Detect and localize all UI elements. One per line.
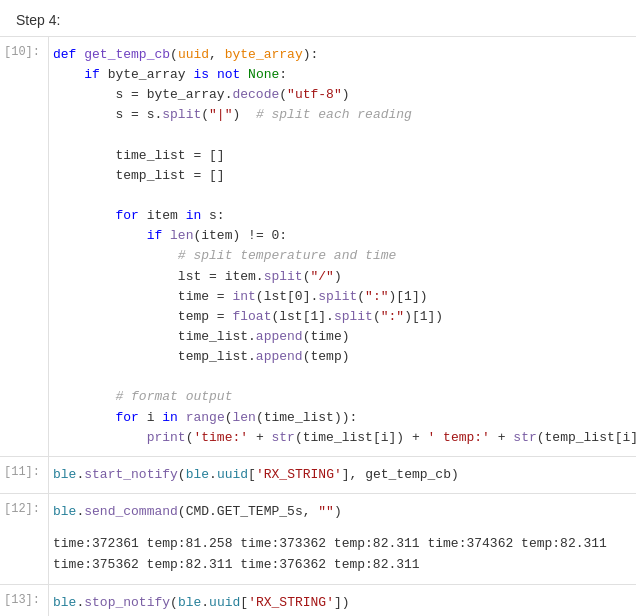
cell-number-10: [10]: — [0, 37, 48, 456]
step-label: Step 4: — [16, 12, 60, 28]
output-cell-12: time:372361 temp:81.258 time:373362 temp… — [0, 530, 636, 584]
cell-content-10[interactable]: def get_temp_cb(uuid, byte_array): if by… — [48, 37, 636, 456]
cell-13: [13]: ble.stop_notify(ble.uuid['RX_STRIN… — [0, 584, 636, 616]
cell-number-13: [13]: — [0, 585, 48, 616]
cell-number-12: [12]: — [0, 494, 48, 530]
step-header: Step 4: — [0, 0, 636, 36]
cell-content-12[interactable]: ble.send_command(CMD.GET_TEMP_5s, "") — [48, 494, 636, 530]
cell-number-11: [11]: — [0, 457, 48, 493]
output-content-12: time:372361 temp:81.258 time:373362 temp… — [48, 530, 636, 584]
cell-content-11[interactable]: ble.start_notify(ble.uuid['RX_STRING'], … — [48, 457, 636, 493]
output-number-12 — [0, 530, 48, 584]
cell-11: [11]: ble.start_notify(ble.uuid['RX_STRI… — [0, 456, 636, 494]
cell-content-13[interactable]: ble.stop_notify(ble.uuid['RX_STRING']) — [48, 585, 636, 616]
cell-12: [12]: ble.send_command(CMD.GET_TEMP_5s, … — [0, 493, 636, 531]
cell-10: [10]: def get_temp_cb(uuid, byte_array):… — [0, 36, 636, 457]
notebook: Step 4: [10]: def get_temp_cb(uuid, byte… — [0, 0, 636, 616]
